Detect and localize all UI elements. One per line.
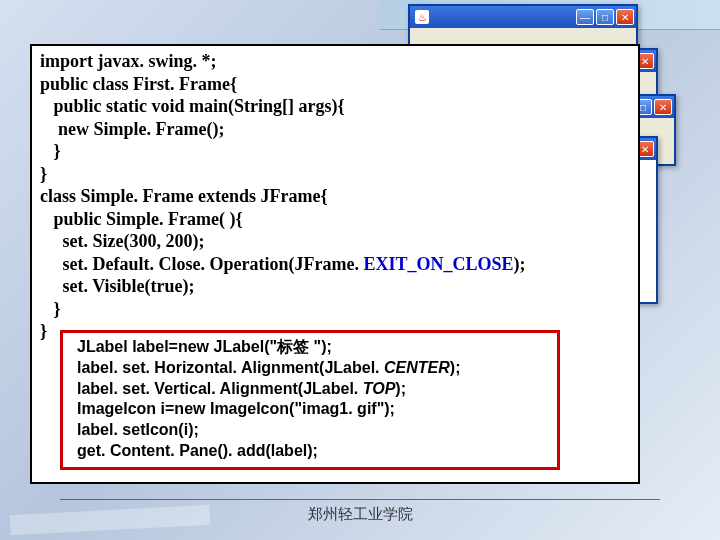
- code-text: );: [513, 254, 525, 274]
- code-text: label. set. Horizontal. Alignment(JLabel…: [77, 359, 384, 376]
- minimize-button[interactable]: —: [576, 9, 594, 25]
- close-button[interactable]: ✕: [654, 99, 672, 115]
- code-line: }: [40, 298, 630, 321]
- code-constant: EXIT_ON_CLOSE: [363, 254, 513, 274]
- code-line: set. Default. Close. Operation(JFrame. E…: [40, 253, 630, 276]
- highlight-box: JLabel label=new JLabel("标签 "); label. s…: [60, 330, 560, 470]
- code-string: 标签: [277, 338, 313, 355]
- code-text: set. Default. Close. Operation(JFrame.: [40, 254, 363, 274]
- code-line: import javax. swing. *;: [40, 50, 630, 73]
- overlay-line: JLabel label=new JLabel("标签 ");: [77, 337, 543, 358]
- code-line: }: [40, 140, 630, 163]
- code-text: ");: [314, 338, 332, 355]
- overlay-line: label. set. Horizontal. Alignment(JLabel…: [77, 358, 543, 379]
- code-line: set. Visible(true);: [40, 275, 630, 298]
- code-line: public Simple. Frame( ){: [40, 208, 630, 231]
- divider: [60, 499, 660, 500]
- code-constant: CENTER: [384, 359, 450, 376]
- code-line: }: [40, 163, 630, 186]
- code-line: set. Size(300, 200);: [40, 230, 630, 253]
- java-cup-icon: ♨: [415, 10, 429, 24]
- overlay-line: label. set. Vertical. Alignment(JLabel. …: [77, 379, 543, 400]
- overlay-line: label. setIcon(i);: [77, 420, 543, 441]
- code-line: new Simple. Frame();: [40, 118, 630, 141]
- overlay-line: get. Content. Pane(). add(label);: [77, 441, 543, 462]
- close-button[interactable]: ✕: [616, 9, 634, 25]
- code-text: );: [395, 380, 406, 397]
- code-text: JLabel label=new JLabel(": [77, 338, 277, 355]
- code-line: public class First. Frame{: [40, 73, 630, 96]
- overlay-line: ImageIcon i=new ImageIcon("imag1. gif");: [77, 399, 543, 420]
- code-line: class Simple. Frame extends JFrame{: [40, 185, 630, 208]
- code-constant: TOP: [363, 380, 396, 397]
- code-text: label. set. Vertical. Alignment(JLabel.: [77, 380, 363, 397]
- code-text: );: [450, 359, 461, 376]
- maximize-button[interactable]: □: [596, 9, 614, 25]
- code-line: public static void main(String[] args){: [40, 95, 630, 118]
- footer-institution: 郑州轻工业学院: [0, 505, 720, 524]
- titlebar-1: ♨ — □ ✕: [410, 6, 636, 28]
